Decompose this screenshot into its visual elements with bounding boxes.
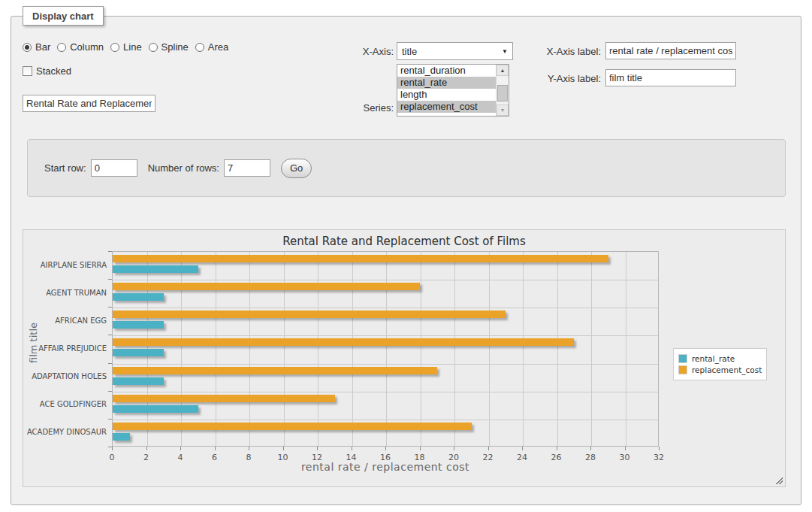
stacked-row: Stacked [23, 65, 71, 77]
bar-rental_rate [113, 321, 164, 329]
radio-circle-icon [57, 43, 66, 52]
radio-circle-icon [195, 43, 204, 52]
num-rows-input[interactable] [224, 159, 270, 177]
y-axis-tick [108, 307, 112, 308]
y-axis-tick [108, 419, 112, 420]
x-axis-tick [215, 447, 216, 450]
x-tick-label: 4 [169, 453, 192, 462]
vertical-gridline [454, 252, 455, 446]
bar-replacement_cost [113, 338, 574, 346]
x-tick-label: 26 [545, 453, 568, 462]
x-axis-tick [385, 447, 386, 450]
x-axis-tick [249, 447, 249, 450]
radio-line[interactable]: Line [110, 41, 142, 53]
x-tick-label: 6 [204, 453, 226, 462]
start-row-label: Start row: [44, 162, 86, 174]
resize-grip-icon[interactable] [774, 476, 783, 484]
x-axis-tick [352, 447, 352, 450]
chart-x-axis-title: rental rate / replacement cost [112, 461, 659, 473]
horizontal-gridline [113, 280, 658, 280]
y-axis-tick [108, 363, 112, 364]
start-row-input[interactable] [91, 159, 137, 177]
plot-area [112, 251, 659, 447]
x-tick-label: 2 [135, 453, 158, 462]
radio-bar[interactable]: Bar [23, 41, 50, 53]
x-axis-tick [146, 447, 147, 450]
category-label: ACE GOLDFINGER [23, 400, 107, 409]
bar-rental_rate [113, 293, 164, 301]
y-axis-tick [108, 279, 112, 280]
chevron-down-icon: ▼ [502, 48, 508, 55]
go-button[interactable]: Go [281, 159, 312, 178]
scrollbar-thumb[interactable] [497, 85, 508, 101]
chart-legend: rental_ratereplacement_cost [673, 348, 767, 380]
x-axis-tick [317, 447, 318, 450]
category-label: AGENT TRUMAN [23, 289, 107, 298]
series-listbox[interactable]: rental_durationrental_ratelengthreplacem… [397, 64, 509, 117]
listbox-scrollbar[interactable]: ▲ ▼ [496, 65, 509, 116]
y-axis-tick [108, 335, 112, 335]
series-option-rental_duration[interactable]: rental_duration [397, 65, 496, 77]
legend-item-replacement_cost: replacement_cost [678, 365, 762, 374]
category-label: ADAPTATION HOLES [23, 372, 107, 381]
x-tick-label: 12 [306, 453, 328, 462]
x-axis-tick [112, 447, 113, 450]
x-tick-label: 0 [101, 453, 123, 462]
category-label: AIRPLANE SIERRA [23, 261, 107, 270]
bar-rental_rate [113, 265, 198, 273]
legend-label: replacement_cost [692, 365, 762, 374]
series-options: rental_durationrental_ratelengthreplacem… [397, 65, 496, 116]
y-axis-tick [108, 391, 112, 392]
x-axis-tick [659, 447, 660, 450]
radio-label: Column [70, 41, 104, 53]
horizontal-gridline [113, 420, 658, 420]
bar-replacement_cost [113, 423, 472, 430]
x-axis-tick [420, 447, 421, 450]
radio-circle-icon [149, 43, 158, 52]
series-option-replacement_cost[interactable]: replacement_cost [397, 101, 496, 113]
x-axis-select[interactable]: title ▼ [397, 42, 513, 60]
fieldset-legend: Display chart [23, 6, 104, 26]
vertical-gridline [489, 252, 490, 446]
radio-spline[interactable]: Spline [149, 41, 189, 53]
x-axis-tick [557, 447, 557, 450]
category-label: AFFAIR PREJUDICE [23, 344, 107, 353]
chart-title: Rental Rate and Replacement Cost of Film… [23, 235, 785, 248]
vertical-gridline [626, 252, 626, 446]
x-tick-label: 20 [442, 453, 465, 462]
horizontal-gridline [113, 392, 658, 392]
bar-replacement_cost [113, 367, 437, 374]
y-axis-tick [108, 447, 112, 447]
x-axis-tick [454, 447, 454, 450]
radio-area[interactable]: Area [195, 41, 228, 53]
x-tick-label: 30 [614, 453, 636, 462]
x-tick-label: 14 [340, 453, 363, 462]
x-axis-tick [625, 447, 626, 450]
x-axis-caption-label: X-Axis label: [526, 46, 601, 57]
stacked-checkbox[interactable] [23, 66, 32, 76]
vertical-gridline [557, 252, 558, 446]
vertical-gridline [421, 252, 421, 446]
x-tick-label: 16 [374, 453, 397, 462]
vertical-gridline [284, 252, 285, 446]
bar-rental_rate [113, 377, 164, 385]
series-option-length[interactable]: length [397, 89, 496, 101]
scroll-up-icon[interactable]: ▲ [497, 65, 509, 76]
vertical-gridline [523, 252, 524, 446]
x-tick-label: 28 [579, 453, 602, 462]
radio-label: Line [123, 41, 142, 53]
scroll-down-icon[interactable]: ▼ [497, 105, 509, 116]
x-axis-tick [488, 447, 489, 450]
bar-replacement_cost [113, 395, 335, 402]
y-axis-caption-input[interactable] [605, 69, 736, 86]
x-axis-tick [590, 447, 591, 450]
x-tick-label: 22 [477, 453, 500, 462]
vertical-gridline [249, 252, 250, 446]
bar-replacement_cost [113, 255, 608, 262]
radio-column[interactable]: Column [57, 41, 104, 53]
vertical-gridline [318, 252, 318, 446]
legend-label: rental_rate [692, 354, 735, 363]
x-axis-caption-input[interactable] [605, 42, 736, 59]
chart-title-input[interactable] [23, 95, 155, 112]
series-option-rental_rate[interactable]: rental_rate [397, 77, 496, 89]
